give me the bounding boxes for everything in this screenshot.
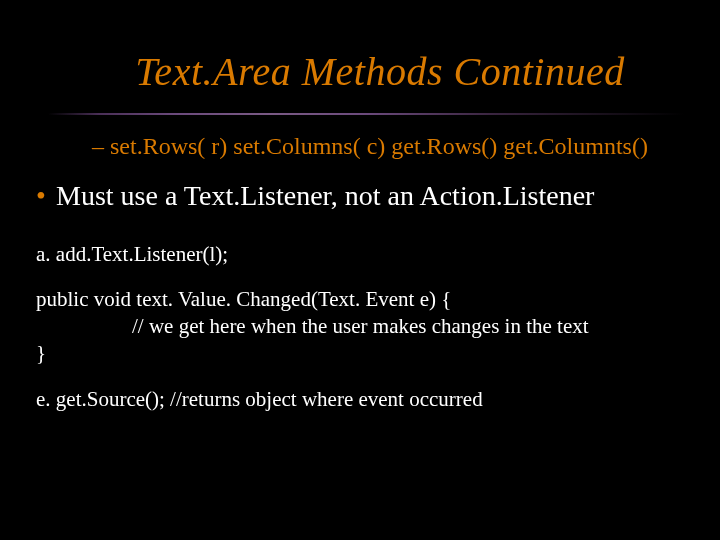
bullet-text: Must use a Text.Listener, not an Action.… <box>56 180 594 211</box>
code-line-2: // we get here when the user makes chang… <box>36 313 700 340</box>
bullet-listener-note: •Must use a Text.Listener, not an Action… <box>0 179 720 213</box>
title-separator <box>0 113 720 115</box>
bullet-dot: • <box>36 179 56 213</box>
slide: Text.Area Methods Continued set.Rows( r)… <box>0 0 720 540</box>
gradient-rule <box>48 113 684 115</box>
sub-bullet-methods: set.Rows( r) set.Columns( c) get.Rows() … <box>0 131 720 161</box>
slide-title: Text.Area Methods Continued <box>0 0 720 95</box>
code-add-listener: a. add.Text.Listener(l); <box>0 241 720 268</box>
code-value-changed: public void text. Value. Changed(Text. E… <box>0 286 720 368</box>
code-line-3: } <box>36 341 46 365</box>
code-get-source: e. get.Source(); //returns object where … <box>0 386 720 413</box>
code-line-1: public void text. Value. Changed(Text. E… <box>36 287 451 311</box>
